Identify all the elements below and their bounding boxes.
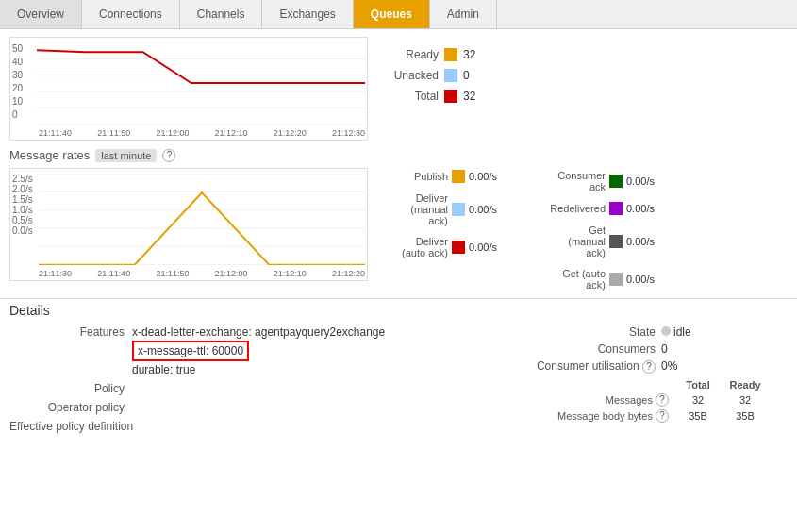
total-color-box xyxy=(444,90,457,103)
detail-policy: Policy xyxy=(9,382,505,395)
detail-consumers: Consumers 0 xyxy=(523,342,788,356)
get-auto-color xyxy=(609,273,623,286)
messages-row-key: Messages ? xyxy=(523,393,674,407)
message-body-bytes-ready: 35B xyxy=(722,410,769,422)
rates-chart-x-labels: 21:11:3021:11:4021:11:5021:12:0021:12:10… xyxy=(39,269,365,278)
details-title: Details xyxy=(9,303,788,318)
detail-consumers-key: Consumers xyxy=(523,342,656,356)
detail-state-val: idle xyxy=(661,325,691,339)
rate-publish: Publish 0.00/s xyxy=(382,170,506,183)
consumer-util-help-icon[interactable]: ? xyxy=(642,360,656,374)
tab-queues[interactable]: Queues xyxy=(354,0,430,28)
stat-total-value: 32 xyxy=(463,90,487,103)
period-badge: last minute xyxy=(95,149,157,162)
nav-tabs: Overview Connections Channels Exchanges … xyxy=(0,0,797,29)
rate-consumer-ack-value: 0.00/s xyxy=(626,175,664,187)
rate-get-auto-label: Get (autoack) xyxy=(521,268,606,291)
rate-get-auto-value: 0.00/s xyxy=(626,274,664,285)
deliver-auto-color xyxy=(452,241,465,254)
detail-consumer-util: Consumer utilisation ? 0% xyxy=(523,359,788,374)
message-rates-title: Message rates last minute ? xyxy=(9,148,788,162)
detail-operator-policy: Operator policy xyxy=(9,401,505,414)
rate-publish-value: 0.00/s xyxy=(469,171,506,182)
detail-features-val: x-dead-letter-exchange: agentpayquery2ex… xyxy=(132,325,385,376)
messages-table: Total Ready Messages ? 32 32 Message bod… xyxy=(523,379,788,423)
stat-ready: Ready 32 xyxy=(382,48,487,61)
stat-ready-label: Ready xyxy=(382,48,439,61)
redelivered-color xyxy=(609,202,623,215)
stat-unacked: Unacked 0 xyxy=(382,69,487,82)
ready-color-box xyxy=(444,48,457,61)
rate-deliver-auto-value: 0.00/s xyxy=(469,241,506,253)
detail-state: State idle xyxy=(523,325,788,339)
message-rates-label: Message rates xyxy=(9,148,90,162)
chart1-x-labels: 21:11:4021:11:5021:12:0021:12:1021:12:20… xyxy=(39,128,365,138)
messages-ready: 32 xyxy=(722,394,769,406)
rate-deliver-manual-value: 0.00/s xyxy=(469,204,506,215)
rates-stats: Publish 0.00/s Deliver(manualack) 0.00/s… xyxy=(382,168,664,291)
feature-durable: durable: true xyxy=(132,363,385,376)
stat-ready-value: 32 xyxy=(463,48,487,61)
message-rates-help-icon[interactable]: ? xyxy=(162,149,175,162)
rate-get-auto: Get (autoack) 0.00/s xyxy=(521,268,664,291)
message-body-bytes-key: Message body bytes ? xyxy=(523,409,674,423)
th-ready: Ready xyxy=(722,379,769,391)
rate-get-manual: Get(manualack) 0.00/s xyxy=(521,224,664,258)
detail-effective-policy-key: Effective policy definition xyxy=(9,420,141,433)
rate-consumer-ack: Consumerack 0.00/s xyxy=(521,170,664,192)
details-section: Details Features x-dead-letter-exchange:… xyxy=(0,298,797,446)
rate-deliver-auto: Deliver(auto ack) 0.00/s xyxy=(382,236,506,258)
rate-deliver-manual-label: Deliver(manualack) xyxy=(382,192,448,226)
message-body-bytes-total: 35B xyxy=(674,410,722,422)
unacked-color-box xyxy=(444,69,457,82)
detail-policy-key: Policy xyxy=(9,382,132,395)
rate-deliver-manual: Deliver(manualack) 0.00/s xyxy=(382,192,506,226)
tab-overview[interactable]: Overview xyxy=(0,0,82,28)
get-manual-color xyxy=(609,235,623,248)
rates-chart-svg xyxy=(39,174,365,265)
messages-table-header: Total Ready xyxy=(523,379,788,391)
tab-admin[interactable]: Admin xyxy=(430,0,497,28)
queue-chart-svg xyxy=(37,42,365,125)
dead-letter-link[interactable]: x-dead-letter-exchange: agentpayquery2ex… xyxy=(132,325,385,339)
rate-get-manual-label: Get(manualack) xyxy=(521,224,606,258)
detail-consumers-val: 0 xyxy=(661,342,668,356)
th-total: Total xyxy=(674,379,722,391)
rates-chart: 2.5/s2.0/s1.5/s1.0/s0.5/s0.0/s 21:11:302… xyxy=(9,168,368,281)
message-body-bytes-row: Message body bytes ? 35B 35B xyxy=(523,409,788,423)
rates-right-col: Consumerack 0.00/s Redelivered 0.00/s Ge… xyxy=(521,170,664,291)
details-right: State idle Consumers 0 Consumer utilisat… xyxy=(523,325,788,439)
stat-unacked-value: 0 xyxy=(463,69,487,82)
rate-redelivered-label: Redelivered xyxy=(521,203,606,214)
rate-publish-label: Publish xyxy=(382,171,448,182)
tab-channels[interactable]: Channels xyxy=(180,0,263,28)
stat-unacked-label: Unacked xyxy=(382,69,439,82)
queue-stats: Ready 32 Unacked 0 Total 32 xyxy=(382,37,487,141)
detail-features-key: Features xyxy=(9,325,132,339)
rate-redelivered: Redelivered 0.00/s xyxy=(521,202,664,215)
consumer-ack-color xyxy=(609,175,623,188)
body-bytes-help-icon[interactable]: ? xyxy=(656,409,669,423)
stat-total: Total 32 xyxy=(382,90,487,103)
detail-features: Features x-dead-letter-exchange: agentpa… xyxy=(9,325,505,376)
details-left: Features x-dead-letter-exchange: agentpa… xyxy=(9,325,505,439)
tab-exchanges[interactable]: Exchanges xyxy=(262,0,353,28)
messages-total: 32 xyxy=(674,394,722,406)
queue-chart: 50403020100 21:11:4021:11:5021:12:0021:1… xyxy=(9,37,368,141)
feature-dead-letter: x-dead-letter-exchange: agentpayquery2ex… xyxy=(132,325,385,339)
rate-consumer-ack-label: Consumerack xyxy=(521,170,606,192)
publish-color xyxy=(452,170,465,183)
feature-ttl-highlighted: x-message-ttl: 60000 xyxy=(132,341,249,361)
rate-get-manual-value: 0.00/s xyxy=(626,236,664,247)
stat-total-label: Total xyxy=(382,90,439,103)
detail-consumer-util-key: Consumer utilisation ? xyxy=(523,359,656,374)
detail-consumer-util-val: 0% xyxy=(661,359,677,373)
detail-operator-policy-key: Operator policy xyxy=(9,401,132,414)
chart1-y-labels: 50403020100 xyxy=(12,42,23,122)
rates-left-col: Publish 0.00/s Deliver(manualack) 0.00/s… xyxy=(382,170,506,291)
idle-dot xyxy=(661,326,671,336)
tab-connections[interactable]: Connections xyxy=(82,0,180,28)
deliver-manual-color xyxy=(452,203,465,216)
messages-help-icon[interactable]: ? xyxy=(656,393,669,407)
rates-chart-y-labels: 2.5/s2.0/s1.5/s1.0/s0.5/s0.0/s xyxy=(12,174,33,236)
